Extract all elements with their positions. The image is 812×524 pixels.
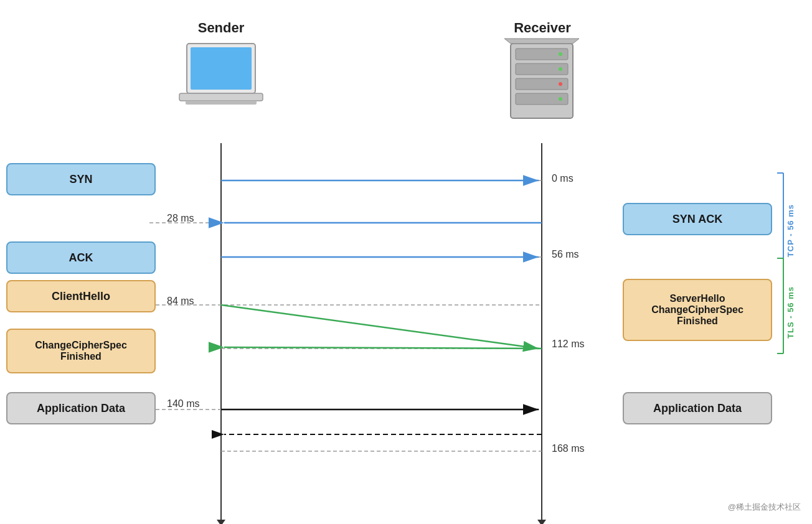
syn-ack-box: SYN ACK <box>623 203 772 235</box>
sender-icon <box>173 37 269 131</box>
time-28ms: 28 ms <box>167 213 194 224</box>
ack-box: ACK <box>6 241 156 274</box>
svg-rect-35 <box>186 101 257 105</box>
syn-box: SYN <box>6 163 156 195</box>
watermark: @稀土掘金技术社区 <box>728 502 801 513</box>
svg-point-42 <box>559 67 562 71</box>
time-168ms: 168 ms <box>552 443 584 454</box>
app-data-right-box: Application Data <box>623 392 772 424</box>
time-56ms: 56 ms <box>552 249 579 260</box>
time-140ms: 140 ms <box>167 398 199 409</box>
svg-point-43 <box>559 82 562 86</box>
time-84ms: 84 ms <box>167 296 194 307</box>
app-data-left-box: Application Data <box>6 392 156 424</box>
svg-rect-33 <box>191 47 252 90</box>
svg-marker-23 <box>217 520 225 524</box>
server-hello-box: ServerHelloChangeCipherSpecFinished <box>623 279 772 341</box>
svg-line-19 <box>224 347 542 349</box>
svg-rect-34 <box>179 93 263 101</box>
svg-point-41 <box>559 52 562 56</box>
svg-marker-45 <box>504 39 579 44</box>
time-112ms: 112 ms <box>552 339 584 350</box>
tls-bracket-label: TLS - 56 ms <box>786 286 795 339</box>
receiver-title: Receiver <box>496 20 589 36</box>
time-0ms: 0 ms <box>552 173 574 184</box>
clienthello-box: ClientHello <box>6 280 156 312</box>
sender-title: Sender <box>174 20 268 36</box>
svg-marker-25 <box>537 520 546 524</box>
receiver-icon <box>498 37 585 131</box>
ccs-finished-box: ChangeCipherSpecFinished <box>6 329 156 373</box>
diagram: Sender Receiver <box>0 0 812 524</box>
svg-point-44 <box>559 97 562 101</box>
svg-line-18 <box>221 305 539 349</box>
tcp-bracket-label: TCP - 56 ms <box>786 204 795 257</box>
